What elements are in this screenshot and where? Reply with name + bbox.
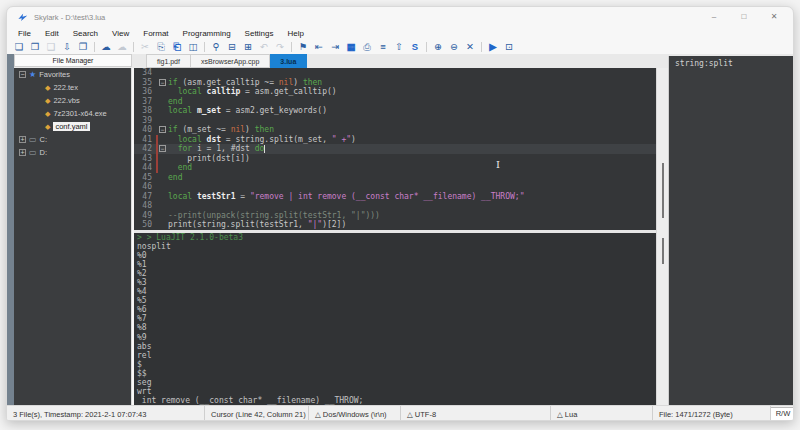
- code-editor[interactable]: 3435−if (asm.get_calltip ~= nil) then36 …: [134, 68, 656, 230]
- token-kw: local: [178, 87, 202, 96]
- code-line-50[interactable]: 50print(string.split(testStr1, "|")[2]): [134, 220, 656, 230]
- expander-icon[interactable]: +: [19, 136, 26, 143]
- tab-3-lua[interactable]: 3.lua: [270, 54, 307, 68]
- code-line-36[interactable]: 36 local calltip = asm.get_calltip(): [134, 87, 656, 97]
- status-encoding[interactable]: △ UTF-8: [401, 406, 551, 421]
- menu-programming[interactable]: Programming: [176, 29, 238, 38]
- add-circle-icon[interactable]: ⊕: [430, 41, 446, 52]
- paste-icon[interactable]: ⎗: [169, 41, 185, 53]
- tree-item-c[interactable]: +▭C:: [14, 133, 131, 146]
- modified-marker: [156, 163, 168, 173]
- tab-xsbrowserapp-cpp[interactable]: xsBrowserApp.cpp: [191, 54, 270, 68]
- code-line-47[interactable]: 47local testStr1 = "remove | int remove …: [134, 192, 656, 202]
- remove-circle-icon[interactable]: ⊖: [446, 41, 462, 52]
- status-line-endings[interactable]: △ Dos/Windows (\r\n): [309, 406, 401, 421]
- code-line-42[interactable]: 42− for i = 1, #dst do: [134, 144, 656, 154]
- new-file-icon[interactable]: ❏: [11, 41, 27, 52]
- status-file-size[interactable]: File: 1471/1272 (Byte): [653, 406, 771, 421]
- code-line-48[interactable]: 48: [134, 201, 656, 211]
- symbol-list-panel[interactable]: string:split: [668, 56, 794, 405]
- code-text: end: [168, 163, 656, 173]
- editor-scroll-thumb[interactable]: [662, 163, 664, 218]
- search-icon[interactable]: ⚲: [208, 41, 224, 52]
- code-line-38[interactable]: 38local m_set = asm2.get_keywords(): [134, 106, 656, 116]
- tree-item-7z2301-x64-exe[interactable]: ◆7z2301-x64.exe: [14, 107, 131, 120]
- token-kw: then: [255, 125, 274, 134]
- lock-icon[interactable]: ◫: [185, 41, 201, 52]
- tree-item-favorites[interactable]: −★Favorites: [14, 68, 131, 81]
- token-pl: )[2]): [322, 220, 346, 229]
- cloud-upload-icon[interactable]: ☁: [98, 41, 114, 52]
- code-line-35[interactable]: 35−if (asm.get_calltip ~= nil) then: [134, 78, 656, 88]
- tree-item-d[interactable]: +▭D:: [14, 146, 131, 159]
- code-line-46[interactable]: 46: [134, 182, 656, 192]
- file-manager-header[interactable]: File Manager: [14, 54, 132, 67]
- grid-view-icon[interactable]: ▦: [343, 41, 359, 52]
- console-line-2: %0: [137, 251, 656, 260]
- print-icon[interactable]: ⎙: [359, 41, 375, 53]
- redo-icon: ↷: [272, 41, 288, 52]
- goto-prev-icon[interactable]: ⇤: [311, 41, 327, 52]
- token-kw: end: [178, 163, 192, 172]
- status-file-info[interactable]: 3 File(s), Timestamp: 2021-2-1 07:07:43: [7, 406, 205, 421]
- vertical-scrollbar[interactable]: [656, 68, 668, 405]
- run-script-icon[interactable]: ▶: [485, 41, 501, 52]
- save-icon[interactable]: ⇩: [59, 41, 75, 52]
- menu-help[interactable]: Help: [281, 29, 311, 38]
- code-line-44[interactable]: 44 end: [134, 163, 656, 173]
- toolbar: ❏❒❑⇩❐☁☁✂⎘⎗◫⚲⊟⊞↶↷⚑⇤⇥▦⎙≡⇧S⊕⊖✕▶⊡: [11, 39, 517, 54]
- console-scroll-thumb[interactable]: [662, 238, 664, 264]
- code-line-34[interactable]: 34: [134, 68, 656, 78]
- tab-fig1-pdf[interactable]: fig1.pdf: [146, 54, 191, 68]
- menu-format[interactable]: Format: [136, 29, 175, 38]
- expander-icon[interactable]: +: [19, 149, 26, 156]
- close-button[interactable]: ✕: [759, 7, 789, 27]
- status-language-mode[interactable]: △ Lua: [551, 406, 653, 421]
- output-console[interactable]: > > LuaJIT 2.1.0-beta3nosplit%0%1%2%3%4%…: [134, 233, 656, 406]
- title-bar[interactable]: Skylark - D:\test\3.lua –□✕: [7, 7, 794, 27]
- save-all-icon[interactable]: ❐: [75, 41, 91, 52]
- expander-icon[interactable]: −: [19, 71, 26, 78]
- status-readwrite-mode[interactable]: R/W: [771, 406, 794, 421]
- tree-item-222-vbs[interactable]: ◆222.vbs: [14, 94, 131, 107]
- minimize-button[interactable]: –: [699, 7, 729, 27]
- status-cursor-position[interactable]: Cursor (Line 42, Column 21): [205, 406, 309, 421]
- code-line-49[interactable]: 49--print(unpack(string.split(testStr1, …: [134, 211, 656, 221]
- menu-settings[interactable]: Settings: [238, 29, 281, 38]
- code-line-45[interactable]: 45end: [134, 173, 656, 183]
- zoom-in-icon[interactable]: ⊞: [240, 41, 256, 52]
- code-line-37[interactable]: 37end: [134, 97, 656, 107]
- styles-icon[interactable]: S: [407, 41, 423, 52]
- export-icon[interactable]: ⇧: [391, 41, 407, 52]
- close-doc-icon[interactable]: ✕: [462, 41, 478, 52]
- line-number: 38: [134, 106, 156, 116]
- menu-file[interactable]: File: [11, 29, 38, 38]
- goto-next-icon[interactable]: ⇥: [327, 41, 343, 52]
- code-line-40[interactable]: 40−if (m_set ~= nil) then: [134, 125, 656, 135]
- terminal-icon[interactable]: ⊡: [501, 41, 517, 52]
- menu-search[interactable]: Search: [66, 29, 105, 38]
- code-text: [168, 116, 656, 126]
- menu-view[interactable]: View: [105, 29, 136, 38]
- token-nil: nil: [231, 125, 245, 134]
- bookmark-icon[interactable]: ⚑: [295, 41, 311, 52]
- open-folder-icon[interactable]: ❒: [27, 41, 43, 52]
- symbol-string-split[interactable]: string:split: [675, 59, 794, 68]
- code-line-41[interactable]: 41 local dst = string.split(m_set, " +"): [134, 135, 656, 145]
- status-readwrite-mode-box[interactable]: R/W: [771, 407, 794, 421]
- fold-collapse-icon[interactable]: −: [159, 126, 166, 133]
- code-line-39[interactable]: 39: [134, 116, 656, 126]
- tree-item-222-tex[interactable]: ◆222.tex: [14, 81, 131, 94]
- zoom-out-icon[interactable]: ⊟: [224, 41, 240, 52]
- maximize-button[interactable]: □: [729, 7, 759, 27]
- copy-icon[interactable]: ⎘: [153, 41, 169, 53]
- tree-item-conf-yaml[interactable]: ◆conf.yaml: [14, 120, 131, 133]
- code-line-43[interactable]: 43 print(dst[i]): [134, 154, 656, 164]
- token-pl: ): [351, 135, 356, 144]
- wrap-lines-icon[interactable]: ≡: [375, 41, 391, 52]
- token-str: "remove | int remove (__const char* __fi…: [250, 192, 525, 201]
- fold-collapse-icon[interactable]: −: [159, 145, 166, 152]
- fold-collapse-icon[interactable]: −: [159, 79, 166, 86]
- menu-edit[interactable]: Edit: [38, 29, 66, 38]
- editor-tabs: fig1.pdfxsBrowserApp.cpp3.lua: [146, 54, 307, 68]
